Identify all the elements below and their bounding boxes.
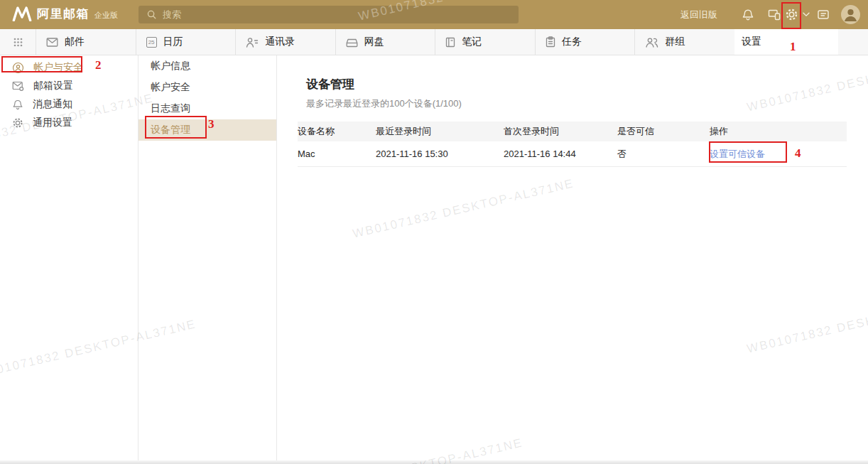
- tab-notes[interactable]: 笔记: [435, 29, 535, 55]
- module-navbar: 邮件 25 日历 通讯录 网盘 笔记 任务 群组 设置: [0, 29, 868, 55]
- col-header-device-name: 设备名称: [298, 125, 376, 138]
- settings-gear-icon[interactable]: [785, 0, 798, 29]
- tab-mail[interactable]: 邮件: [36, 29, 136, 55]
- submenu-item-label: 日志查询: [151, 102, 190, 115]
- tab-label: 网盘: [364, 36, 384, 48]
- submenu-item-account-info[interactable]: 帐户信息: [139, 55, 276, 77]
- tab-label: 日历: [163, 36, 183, 48]
- bottom-edge-strip: [0, 460, 868, 464]
- back-to-old-version-link[interactable]: 返回旧版: [680, 0, 717, 29]
- set-trusted-device-link[interactable]: 设置可信设备: [710, 149, 765, 159]
- mail-gear-icon: [12, 80, 24, 92]
- col-header-last-login: 最近登录时间: [376, 125, 504, 138]
- notes-icon: [445, 37, 455, 48]
- tab-tasks[interactable]: 任务: [535, 29, 635, 55]
- tab-groups[interactable]: 群组: [634, 29, 734, 55]
- feedback-chat-icon[interactable]: [817, 0, 830, 29]
- sidebar-item-label: 通用设置: [33, 117, 72, 129]
- navbar-spacer: [838, 29, 868, 55]
- account-security-submenu: 帐户信息 帐户安全 日志查询 设备管理: [139, 55, 277, 463]
- submenu-item-label: 帐户信息: [151, 60, 190, 72]
- cell-first-login: 2021-11-16 14:44: [504, 149, 617, 159]
- device-management-panel: 设备管理 最多记录最近登录的100个设备(1/100) 设备名称 最近登录时间 …: [277, 55, 868, 463]
- col-header-actions: 操作: [710, 125, 847, 138]
- m-logo-icon: [12, 6, 32, 21]
- bell-icon: [12, 99, 23, 111]
- drive-icon: [346, 37, 358, 48]
- sidebar-item-notifications[interactable]: 消息通知: [0, 95, 138, 114]
- tab-contacts[interactable]: 通讯录: [235, 29, 335, 55]
- user-avatar[interactable]: [841, 5, 860, 24]
- logo-text: 阿里邮箱: [37, 6, 89, 22]
- groups-icon: [645, 37, 658, 48]
- settings-sidebar: 帐户与安全 邮箱设置 消息通知 通用设置: [0, 55, 139, 463]
- tab-label: 任务: [562, 36, 582, 48]
- search-icon: [146, 9, 157, 20]
- calendar-icon: 25: [146, 37, 157, 48]
- mail-icon: [46, 37, 58, 48]
- cell-last-login: 2021-11-16 15:30: [376, 149, 504, 159]
- page-title: 设备管理: [306, 77, 847, 92]
- tab-label: 笔记: [462, 36, 482, 48]
- notification-bell-icon[interactable]: [742, 0, 754, 29]
- tab-label: 通讯录: [265, 36, 295, 48]
- account-person-icon: [12, 62, 24, 74]
- tab-label: 群组: [665, 36, 685, 48]
- sidebar-item-label: 消息通知: [33, 98, 72, 111]
- tab-settings-active[interactable]: 设置: [734, 29, 838, 55]
- search-box[interactable]: [139, 6, 519, 23]
- sidebar-item-account-security[interactable]: 帐户与安全: [0, 58, 138, 77]
- tab-label: 邮件: [65, 36, 85, 48]
- col-header-first-login: 首次登录时间: [504, 125, 617, 138]
- submenu-item-label: 设备管理: [151, 124, 190, 136]
- contacts-icon: [246, 37, 259, 48]
- sidebar-item-label: 帐户与安全: [33, 61, 83, 74]
- submenu-item-log-query[interactable]: 日志查询: [139, 98, 276, 119]
- tab-drive[interactable]: 网盘: [335, 29, 435, 55]
- cell-device-name: Mac: [298, 149, 376, 159]
- devices-table: 设备名称 最近登录时间 首次登录时间 是否可信 操作 Mac 2021-11-1…: [298, 122, 847, 167]
- logo-edition-badge: 企业版: [94, 10, 118, 21]
- app-logo: 阿里邮箱 企业版: [12, 6, 118, 22]
- submenu-item-account-safety[interactable]: 帐户安全: [139, 77, 276, 98]
- table-header-row: 设备名称 最近登录时间 首次登录时间 是否可信 操作: [298, 122, 847, 141]
- sidebar-item-general-settings[interactable]: 通用设置: [0, 114, 138, 132]
- multi-device-icon[interactable]: [768, 0, 781, 29]
- gear-icon: [12, 117, 23, 129]
- chevron-down-icon[interactable]: [803, 0, 810, 29]
- tab-label: 设置: [742, 36, 761, 48]
- col-header-trusted: 是否可信: [617, 125, 710, 138]
- submenu-item-label: 帐户安全: [151, 81, 190, 94]
- sidebar-item-label: 邮箱设置: [33, 80, 73, 92]
- tab-calendar[interactable]: 25 日历: [136, 29, 236, 55]
- search-input[interactable]: [163, 9, 461, 20]
- app-grid-icon[interactable]: [0, 29, 36, 55]
- page-subtitle: 最多记录最近登录的100个设备(1/100): [306, 98, 847, 109]
- table-row: Mac 2021-11-16 15:30 2021-11-16 14:44 否 …: [298, 141, 847, 167]
- sidebar-item-mailbox-settings[interactable]: 邮箱设置: [0, 77, 138, 95]
- tasks-icon: [546, 36, 555, 48]
- cell-trusted: 否: [617, 148, 710, 161]
- submenu-item-device-management[interactable]: 设备管理: [139, 119, 276, 141]
- topbar: 阿里邮箱 企业版 返回旧版: [0, 0, 868, 29]
- page-body: 帐户与安全 邮箱设置 消息通知 通用设置 帐户信息 帐户安全: [0, 55, 868, 463]
